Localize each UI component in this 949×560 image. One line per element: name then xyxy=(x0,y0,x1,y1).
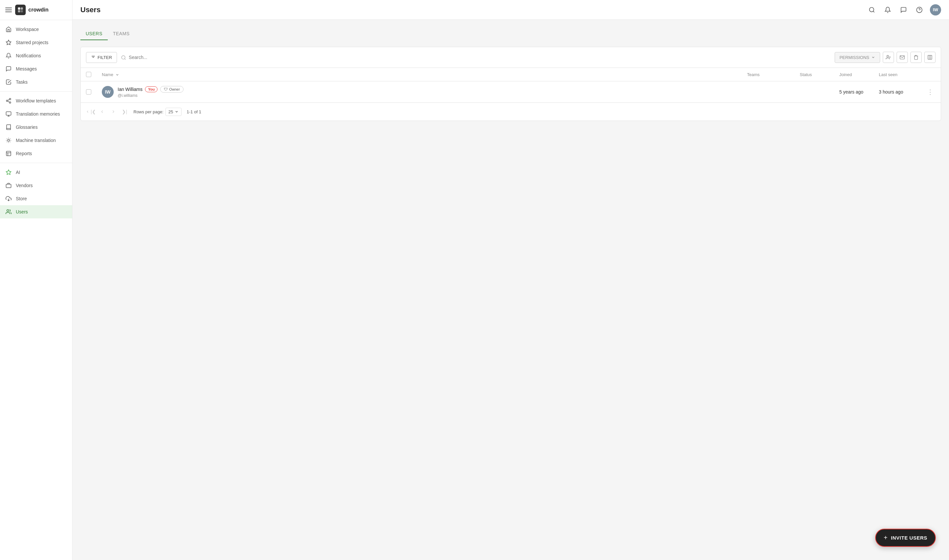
sidebar-nav: Workspace Starred projects Notifications xyxy=(0,20,72,221)
users-table: Name Teams S xyxy=(81,68,941,102)
prev-page-button[interactable] xyxy=(97,107,107,117)
header-actions: IW xyxy=(867,4,941,15)
sidebar-label-tm: Translation memories xyxy=(16,111,60,117)
th-status: Status xyxy=(795,68,834,82)
tasks-icon xyxy=(5,79,12,85)
messages-icon-button[interactable] xyxy=(898,5,909,15)
sidebar-item-tm[interactable]: Translation memories xyxy=(0,108,72,120)
svg-point-7 xyxy=(9,102,11,103)
tab-users[interactable]: USERS xyxy=(80,28,108,40)
rows-per-page-select[interactable]: 25 xyxy=(165,108,181,116)
columns-icon-button[interactable] xyxy=(924,52,935,63)
svg-point-5 xyxy=(9,98,11,100)
row-actions-cell: ⋮ xyxy=(920,82,941,103)
sidebar-label-mt: Machine translation xyxy=(16,138,56,143)
notification-bell-button[interactable] xyxy=(883,5,893,15)
first-page-button[interactable]: |❮ xyxy=(86,107,96,117)
vendors-icon xyxy=(5,182,12,189)
search-input[interactable] xyxy=(129,55,831,60)
sidebar-label-starred: Starred projects xyxy=(16,40,48,45)
sidebar-item-ai[interactable]: AI xyxy=(0,166,72,179)
user-avatar[interactable]: IW xyxy=(930,4,941,15)
permissions-button[interactable]: PERMISSIONS xyxy=(835,52,880,63)
svg-line-22 xyxy=(873,11,875,12)
user-info: Ian Williams You 🛡 Owner @i.williams xyxy=(118,86,183,98)
search-icon xyxy=(121,54,126,60)
search-icon-button[interactable] xyxy=(867,5,877,15)
th-actions xyxy=(920,68,941,82)
tabs: USERS TEAMS xyxy=(80,28,941,40)
badge-owner: 🛡 Owner xyxy=(160,86,183,92)
delete-icon-button[interactable] xyxy=(910,52,922,63)
th-teams: Teams xyxy=(742,68,795,82)
sidebar: crowdin Workspace Starred projects xyxy=(0,0,72,560)
invite-label: INVITE USERS xyxy=(891,535,927,540)
next-page-button[interactable] xyxy=(108,107,118,117)
sidebar-item-starred[interactable]: Starred projects xyxy=(0,36,72,49)
user-name: Ian Williams You 🛡 Owner xyxy=(118,86,183,92)
sidebar-item-workspace[interactable]: Workspace xyxy=(0,23,72,36)
sidebar-label-store: Store xyxy=(16,196,27,201)
tab-teams[interactable]: TEAMS xyxy=(108,28,135,40)
page-title: Users xyxy=(80,6,100,14)
last-page-button[interactable]: ❯| xyxy=(120,107,129,117)
svg-rect-18 xyxy=(6,184,11,188)
svg-line-8 xyxy=(8,101,9,102)
hamburger-menu-icon[interactable] xyxy=(5,6,12,13)
logo-icon xyxy=(15,5,26,15)
page-info: 1-1 of 1 xyxy=(187,109,201,114)
row-checkbox[interactable] xyxy=(86,89,91,95)
email-icon-button[interactable] xyxy=(897,52,908,63)
toolbar-right: PERMISSIONS xyxy=(835,52,935,63)
star-icon xyxy=(5,39,12,46)
invite-users-button[interactable]: + INVITE USERS xyxy=(875,529,936,547)
sidebar-item-mt[interactable]: Machine translation xyxy=(0,134,72,147)
sidebar-label-notifications: Notifications xyxy=(16,53,41,58)
pagination: |❮ ❯| Rows per page: 25 xyxy=(81,102,941,120)
svg-rect-33 xyxy=(928,55,932,59)
sort-down-icon[interactable] xyxy=(116,72,119,77)
help-icon-button[interactable] xyxy=(914,5,924,15)
sidebar-item-messages[interactable]: Messages xyxy=(0,62,72,75)
rows-per-page-value: 25 xyxy=(168,109,173,114)
select-all-checkbox[interactable] xyxy=(86,72,91,77)
svg-rect-1 xyxy=(21,8,23,10)
content-area: USERS TEAMS FILTER xyxy=(72,20,949,560)
add-users-icon-button[interactable] xyxy=(883,52,894,63)
main-content: Users xyxy=(72,0,949,560)
sidebar-item-workflow[interactable]: Workflow templates xyxy=(0,94,72,108)
row-checkbox-cell xyxy=(81,82,97,103)
sidebar-label-ai: AI xyxy=(16,170,20,175)
row-more-button[interactable]: ⋮ xyxy=(925,87,935,97)
glossary-icon xyxy=(5,124,12,131)
rows-per-page-label: Rows per page: xyxy=(134,109,163,114)
top-header: Users xyxy=(72,0,949,20)
sidebar-item-notifications[interactable]: Notifications xyxy=(0,49,72,62)
svg-marker-4 xyxy=(6,40,11,45)
user-full-name: Ian Williams xyxy=(118,87,142,92)
sidebar-label-users: Users xyxy=(16,209,28,214)
row-teams-cell xyxy=(742,82,795,103)
row-joined-cell: 5 years ago xyxy=(834,82,874,103)
table-body: IW Ian Williams You 🛡 Owner @i.williams xyxy=(81,82,941,103)
users-icon xyxy=(5,209,12,215)
th-status-label: Status xyxy=(800,72,812,77)
svg-line-29 xyxy=(125,58,126,60)
logo-text: crowdin xyxy=(28,7,48,13)
filter-button[interactable]: FILTER xyxy=(86,52,117,63)
svg-point-21 xyxy=(870,7,874,12)
sidebar-item-glossaries[interactable]: Glossaries xyxy=(0,120,72,134)
row-name-cell: IW Ian Williams You 🛡 Owner @i.williams xyxy=(97,82,742,103)
sidebar-item-tasks[interactable]: Tasks xyxy=(0,75,72,89)
toolbar: FILTER PERMISSIONS xyxy=(81,47,941,68)
sidebar-label-messages: Messages xyxy=(16,66,37,71)
svg-rect-2 xyxy=(18,10,20,12)
badge-you: You xyxy=(145,86,157,92)
sidebar-item-reports[interactable]: Reports xyxy=(0,147,72,160)
sidebar-item-users[interactable]: Users xyxy=(0,205,72,218)
users-table-container: FILTER PERMISSIONS xyxy=(80,47,941,121)
sidebar-item-store[interactable]: Store xyxy=(0,192,72,205)
svg-point-13 xyxy=(8,139,9,141)
sidebar-item-vendors[interactable]: Vendors xyxy=(0,179,72,192)
svg-marker-17 xyxy=(6,170,11,175)
